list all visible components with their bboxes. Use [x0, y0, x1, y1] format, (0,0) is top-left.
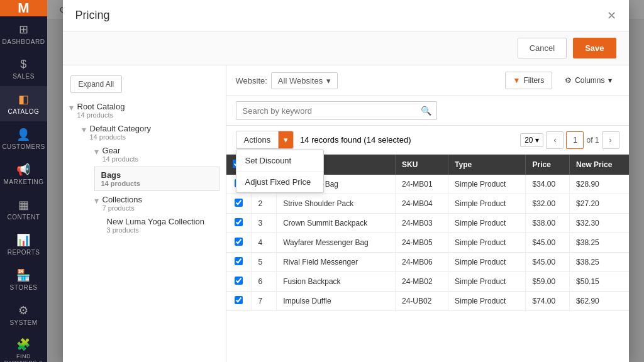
columns-label: Columns	[575, 76, 604, 85]
row-name: Crown Summit Backpack	[277, 214, 396, 233]
next-page-button[interactable]: ›	[602, 131, 619, 149]
tree-item-default[interactable]: ▾ Default Category 14 products	[63, 121, 226, 143]
row-price: $45.00	[526, 233, 570, 253]
sidebar-item-sales[interactable]: $ SALES	[0, 52, 47, 86]
row-new-price: $38.25	[570, 253, 629, 272]
filters-button[interactable]: ▼ Filters	[505, 72, 553, 89]
row-id: 2	[252, 194, 277, 214]
sidebar-item-marketing[interactable]: 📢 MARKETING	[0, 156, 47, 192]
tree-label-collections: Collections	[103, 195, 143, 204]
tree-label-gear: Gear	[103, 146, 138, 155]
row-name: Impulse Duffle	[277, 292, 396, 311]
filters-label: Filters	[523, 76, 544, 85]
tree-count-collections: 7 products	[103, 204, 143, 212]
sidebar-logo: M	[0, 0, 47, 16]
row-checkbox-cell	[226, 233, 252, 253]
reports-icon: 📊	[16, 233, 31, 247]
row-checkbox[interactable]	[235, 257, 243, 265]
actions-row: Actions ▾ Set Discount Adjust Fixed Pric…	[226, 126, 629, 155]
dropdown-item-set-discount[interactable]: Set Discount	[236, 150, 323, 172]
modal-header: Pricing ✕	[63, 0, 629, 31]
page-of: of 1	[586, 136, 599, 145]
main-area: Cata... Pricing ✕ Cancel Save Expand All	[47, 0, 644, 362]
col-sku: SKU	[396, 155, 448, 175]
tree-item-bags[interactable]: Bags 14 products	[94, 167, 219, 191]
sidebar-item-reports[interactable]: 📊 REPORTS	[0, 227, 47, 262]
extensions-icon: 🧩	[16, 337, 31, 351]
row-type: Simple Product	[448, 272, 526, 292]
row-new-price: $28.90	[570, 175, 629, 194]
table-row: 5 Rival Field Messenger 24-MB06 Simple P…	[226, 253, 629, 272]
sidebar-item-label: SYSTEM	[9, 319, 37, 326]
row-checkbox[interactable]	[235, 277, 243, 285]
col-price: Price	[526, 155, 570, 175]
table-row: 3 Crown Summit Backpack 24-MB03 Simple P…	[226, 214, 629, 233]
sidebar-item-label: MARKETING	[4, 178, 44, 185]
expand-all-button[interactable]: Expand All	[70, 75, 123, 93]
sidebar-item-label: CUSTOMERS	[2, 143, 45, 150]
actions-dropdown: Set Discount Adjust Fixed Price	[236, 150, 324, 193]
row-id: 3	[252, 214, 277, 233]
row-price: $59.00	[526, 272, 570, 292]
category-panel: Expand All ▾ Root Catalog 14 products ▾	[63, 65, 226, 362]
sidebar-item-extensions[interactable]: 🧩 FIND PARTNERS & EXTENSIONS	[0, 332, 47, 362]
row-checkbox[interactable]	[235, 218, 243, 226]
row-checkbox[interactable]	[235, 238, 243, 246]
save-button[interactable]: Save	[573, 38, 616, 58]
row-type: Simple Product	[448, 214, 526, 233]
tree-arrow-default: ▾	[82, 124, 86, 134]
prev-page-button[interactable]: ‹	[546, 131, 564, 149]
sidebar-item-stores[interactable]: 🏪 STORES	[0, 262, 47, 297]
tree-item-yoga[interactable]: New Luma Yoga Collection 3 products	[63, 214, 226, 236]
row-id: 5	[252, 253, 277, 272]
content-icon: ▦	[18, 198, 30, 212]
row-type: Simple Product	[448, 253, 526, 272]
website-select[interactable]: All Websites ▾	[271, 72, 338, 89]
search-icon: 🔍	[416, 102, 436, 119]
columns-button[interactable]: ⚙ Columns ▾	[557, 72, 619, 89]
search-wrap: 🔍	[236, 101, 437, 120]
sidebar-item-label: REPORTS	[8, 249, 40, 256]
sidebar-item-dashboard[interactable]: ⊞ DASHBOARD	[0, 16, 47, 52]
row-name: Strive Shoulder Pack	[277, 194, 396, 214]
tree-item-gear[interactable]: ▾ Gear 14 products	[63, 143, 226, 165]
tree-label-bags: Bags	[101, 170, 213, 180]
toolbar-right: ▼ Filters ⚙ Columns ▾	[505, 72, 619, 89]
row-new-price: $27.20	[570, 194, 629, 214]
col-new-price: New Price	[570, 155, 629, 175]
sidebar-item-system[interactable]: ⚙ SYSTEM	[0, 297, 47, 332]
table-row: 2 Strive Shoulder Pack 24-MB04 Simple Pr…	[226, 194, 629, 214]
chevron-down-icon: ▾	[608, 76, 612, 85]
actions-arrow-icon: ▾	[279, 131, 293, 148]
actions-button[interactable]: Actions ▾	[236, 131, 294, 149]
row-name: Rival Field Messenger	[277, 253, 396, 272]
actions-label: Actions	[236, 131, 279, 148]
table-row: 7 Impulse Duffle 24-UB02 Simple Product …	[226, 292, 629, 311]
sidebar-item-customers[interactable]: 👤 CUSTOMERS	[0, 121, 47, 156]
row-sku: 24-MB03	[396, 214, 448, 233]
catalog-icon: ◧	[18, 92, 30, 106]
system-icon: ⚙	[18, 304, 29, 317]
row-new-price: $62.90	[570, 292, 629, 311]
tree-arrow-gear: ▾	[94, 146, 99, 156]
sidebar-item-label: CATALOG	[8, 108, 40, 115]
per-page-select[interactable]: 20 ▾	[520, 133, 543, 147]
pagination: 20 ▾ ‹ 1 of 1 ›	[520, 131, 619, 149]
dropdown-item-adjust-fixed-price[interactable]: Adjust Fixed Price	[236, 172, 323, 192]
row-price: $74.00	[526, 292, 570, 311]
row-checkbox[interactable]	[235, 296, 243, 304]
tree-item-collections[interactable]: ▾ Collections 7 products	[63, 192, 226, 214]
cancel-button[interactable]: Cancel	[518, 38, 567, 58]
current-page: 1	[566, 131, 584, 149]
website-label: Website:	[236, 76, 267, 85]
sidebar-item-catalog[interactable]: ◧ CATALOG	[0, 86, 47, 121]
customers-icon: 👤	[16, 128, 31, 141]
row-sku: 24-MB01	[396, 175, 448, 194]
tree-item-root[interactable]: ▾ Root Catalog 14 products	[63, 99, 226, 121]
row-checkbox[interactable]	[235, 199, 243, 207]
close-button[interactable]: ✕	[607, 10, 616, 21]
row-sku: 24-MB05	[396, 233, 448, 253]
row-name: Wayfarer Messenger Bag	[277, 233, 396, 253]
sidebar-item-content[interactable]: ▦ CONTENT	[0, 192, 47, 227]
search-input[interactable]	[236, 102, 416, 119]
